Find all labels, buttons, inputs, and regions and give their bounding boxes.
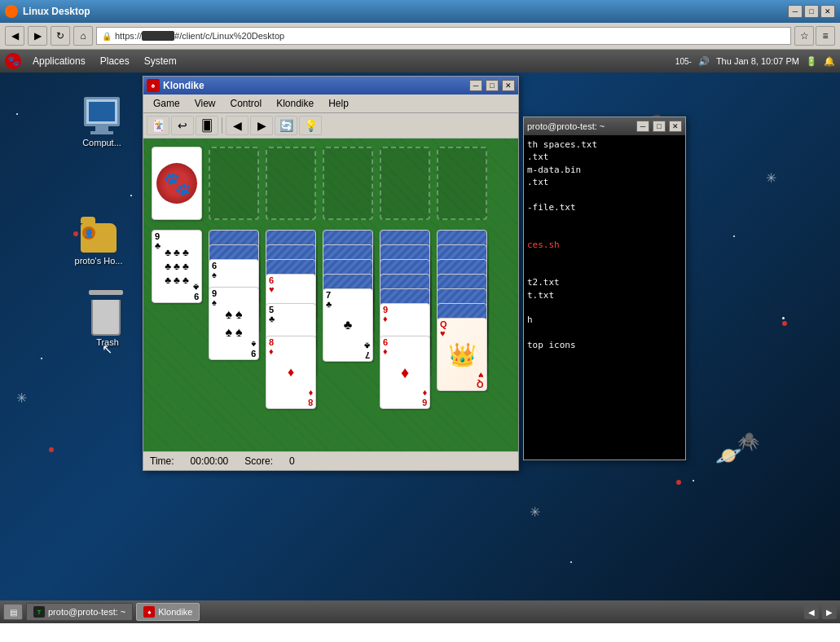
display-id: 105- <box>675 57 692 66</box>
computer-icon-label: Comput... <box>82 138 121 147</box>
deal-btn[interactable]: 🂠 <box>196 116 218 135</box>
star-decor <box>16 113 18 115</box>
restart-btn[interactable]: 🔄 <box>275 116 297 135</box>
new-game-btn[interactable]: 🃏 <box>147 116 169 135</box>
help-menu[interactable]: Help <box>322 96 355 111</box>
systray-area: ◀ ▶ <box>804 605 837 619</box>
view-menu[interactable]: View <box>188 96 222 111</box>
card-rank-br: 7♣ <box>364 341 370 359</box>
card-top-row: 🐾 <box>152 147 510 220</box>
address-bar[interactable]: 🔒 https://#/client/c/Linux%20Desktop <box>96 27 791 45</box>
terminal-window: proto@proto-test: ~ ─ □ ✕ th spaces.txt … <box>523 117 686 460</box>
terminal-line: -file.txt <box>527 201 682 213</box>
systray-left-btn[interactable]: ◀ <box>804 605 819 619</box>
klondike-minimize-btn[interactable]: ─ <box>469 80 482 91</box>
undo-btn[interactable]: ↩ <box>171 116 194 135</box>
desktop-icon-trash[interactable]: Trash <box>79 297 136 347</box>
toolbar-sep <box>222 117 222 134</box>
card-8d[interactable]: 8♦ 8♦ ♦ <box>266 336 316 409</box>
browser-minimize-btn[interactable]: ─ <box>788 5 803 18</box>
card-rank-br: 9♣ <box>193 283 199 301</box>
klondike-toolbar: 🃏 ↩ 🂠 ◀ ▶ 🔄 💡 <box>143 113 518 139</box>
klondike-app-icon: ♠ <box>143 606 155 618</box>
terminal-line: .txt <box>527 176 682 188</box>
klondike-maximize-btn[interactable]: □ <box>486 80 499 91</box>
browser-close-btn[interactable]: ✕ <box>820 5 835 18</box>
terminal-body[interactable]: th spaces.txt .txt m-data.bin .txt -file… <box>524 135 685 460</box>
card-rank-tl: Q♥ <box>440 320 447 338</box>
systray-right-btn[interactable]: ▶ <box>822 605 837 619</box>
card-rank-tl: 9♣ <box>155 232 161 250</box>
card-6d[interactable]: 6♦ 6♦ ♦ <box>380 336 430 409</box>
volume-icon: 🔊 <box>698 56 710 67</box>
browser-nav-bar: ◀ ▶ ↻ ⌂ 🔒 https://#/client/c/Linux%20Des… <box>0 23 840 49</box>
nav-forward-btn[interactable]: ▶ <box>28 26 47 46</box>
foundation-4[interactable] <box>437 147 487 220</box>
card-rank-tl: 6♥ <box>269 276 275 294</box>
game-menu[interactable]: Game <box>147 96 187 111</box>
card-rank-tl: 7♣ <box>326 291 332 309</box>
terminal-line: t2.txt <box>527 276 682 288</box>
snowflake-decor: ✳ <box>530 504 540 520</box>
card-game-area[interactable]: 🐾 9♣ 9♣ ♣♣♣ <box>143 139 518 451</box>
folder-tab <box>81 217 95 223</box>
foundation-1[interactable] <box>266 147 316 220</box>
trash-body <box>91 300 121 336</box>
klondike-close-btn[interactable]: ✕ <box>502 80 515 91</box>
foundation-3[interactable] <box>380 147 430 220</box>
terminal-title: proto@proto-test: ~ <box>527 121 633 131</box>
terminal-close-btn[interactable]: ✕ <box>669 121 682 132</box>
terminal-line <box>527 252 682 264</box>
card-center: 👑 <box>448 341 477 368</box>
terminal-minimize-btn[interactable]: ─ <box>636 121 649 132</box>
applications-menu[interactable]: Applications <box>26 54 92 68</box>
hint-btn[interactable]: 💡 <box>299 116 322 135</box>
tableau-pile-5[interactable]: 9♦ 9♦ ♦ 6♦ 6♦ ♦ <box>380 230 430 433</box>
next-btn[interactable]: ▶ <box>250 116 273 135</box>
card-7c[interactable]: 7♣ 7♣ ♣ <box>323 288 373 362</box>
taskbar-terminal-app[interactable]: T proto@proto-test: ~ <box>26 603 133 621</box>
control-menu[interactable]: Control <box>223 96 268 111</box>
foundation-2[interactable] <box>323 147 373 220</box>
klondike-menu[interactable]: Klondike <box>270 96 320 111</box>
gnome-logo: 🐾 <box>156 163 197 204</box>
bookmark-btn[interactable]: ☆ <box>794 26 814 46</box>
desktop-icon-computer[interactable]: Comput... <box>73 97 130 147</box>
system-menu[interactable]: System <box>138 54 183 68</box>
klondike-titlebar: ♠ Klondike ─ □ ✕ <box>143 77 518 95</box>
terminal-line <box>527 189 682 201</box>
tableau-pile-4[interactable]: 7♣ 7♣ ♣ <box>323 230 373 409</box>
terminal-maximize-btn[interactable]: □ <box>653 121 666 132</box>
card-9s[interactable]: 9♠ 9♠ ♠♠♠♠ <box>209 287 259 360</box>
places-menu[interactable]: Places <box>94 54 136 68</box>
waste-pile[interactable] <box>209 147 259 220</box>
terminal-line-highlight: ces.sh <box>527 239 682 251</box>
home-icon-img: 👤 <box>79 223 118 253</box>
red-dot-decor <box>676 480 681 485</box>
card-center: ♦ <box>401 363 409 382</box>
card-qh[interactable]: Q♥ Q♥ 👑 <box>437 318 487 391</box>
tableau-pile-1[interactable]: 9♣ 9♣ ♣♣♣ ♣♣♣ ♣♣♣ <box>152 230 202 344</box>
score-value: 0 <box>289 455 295 467</box>
taskbar-right-area: 105- 🔊 Thu Jan 8, 10:07 PM 🔋 🔔 <box>675 56 835 67</box>
taskbar-klondike-app[interactable]: ♠ Klondike <box>136 603 200 621</box>
card-rank-br: 9♠ <box>251 340 256 358</box>
stock-pile[interactable]: 🐾 <box>152 147 202 220</box>
terminal-line: t.txt <box>527 289 682 301</box>
game-status-bar: Time: 00:00:00 Score: 0 <box>143 451 518 470</box>
tableau-pile-2[interactable]: 6♠ 6♠ ♠ 9♠ 9♠ ♠♠♠♠ <box>209 230 259 393</box>
card-9c[interactable]: 9♣ 9♣ ♣♣♣ ♣♣♣ ♣♣♣ <box>152 230 202 303</box>
computer-icon-img <box>82 97 121 134</box>
tableau-pile-6[interactable]: Q♥ Q♥ 👑 <box>437 230 487 433</box>
nav-home-btn[interactable]: ⌂ <box>73 26 93 46</box>
menu-btn[interactable]: ≡ <box>816 26 835 46</box>
show-desktop-btn[interactable]: ▤ <box>3 604 23 620</box>
card-rank-tl: 8♦ <box>269 338 274 356</box>
prev-btn[interactable]: ◀ <box>226 116 248 135</box>
tableau-pile-3[interactable]: 6♥ 6♥ ♥ 5♣ 5♣ ♣ 8♦ 8♦ ♦ <box>266 230 316 425</box>
nav-back-btn[interactable]: ◀ <box>5 26 24 46</box>
nav-refresh-btn[interactable]: ↻ <box>51 26 70 46</box>
address-lock-icon: 🔒 <box>102 32 112 41</box>
desktop-icon-home[interactable]: 👤 proto's Ho... <box>70 223 127 266</box>
browser-maximize-btn[interactable]: □ <box>804 5 819 18</box>
